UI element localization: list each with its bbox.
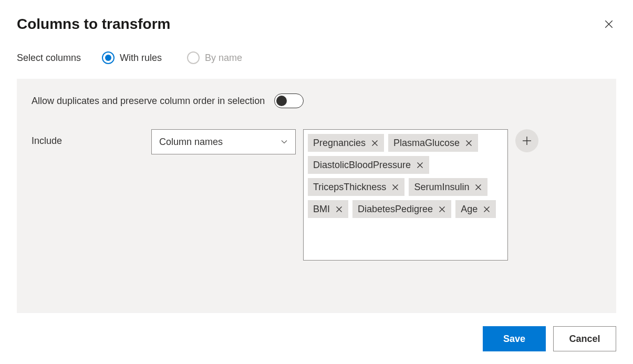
close-icon: [392, 184, 399, 191]
dropdown-value: Column names: [159, 137, 223, 148]
close-icon: [483, 206, 490, 213]
column-tag: PlasmaGlucose: [388, 134, 478, 152]
close-icon: [336, 206, 343, 213]
tag-label: Pregnancies: [313, 138, 366, 149]
tag-remove-button[interactable]: [483, 205, 491, 213]
column-tag: Pregnancies: [308, 134, 384, 152]
close-icon: [604, 19, 614, 29]
column-tags-box[interactable]: PregnanciesPlasmaGlucoseDiastolicBloodPr…: [303, 129, 508, 261]
dialog-header: Columns to transform: [17, 16, 616, 33]
selection-radio-group: With rules By name: [102, 51, 242, 64]
tag-label: BMI: [313, 204, 330, 215]
tag-label: Age: [461, 204, 478, 215]
add-rule-button[interactable]: [515, 129, 538, 152]
selection-mode-row: Select columns With rules By name: [17, 51, 616, 64]
tag-remove-button[interactable]: [371, 139, 379, 147]
close-icon: [475, 184, 482, 191]
tag-remove-button[interactable]: [438, 205, 446, 213]
column-tag: DiabetesPedigree: [352, 200, 451, 218]
chevron-down-icon: [281, 138, 288, 145]
column-tag: SerumInsulin: [409, 178, 487, 196]
toggle-thumb: [276, 96, 287, 106]
close-icon: [439, 206, 445, 213]
allow-duplicates-label: Allow duplicates and preserve column ord…: [32, 96, 265, 107]
close-icon: [417, 162, 423, 169]
tag-remove-button[interactable]: [465, 139, 473, 147]
tag-label: PlasmaGlucose: [393, 138, 460, 149]
radio-by-name[interactable]: By name: [187, 51, 242, 64]
allow-duplicates-row: Allow duplicates and preserve column ord…: [32, 93, 601, 108]
tag-remove-button[interactable]: [391, 183, 399, 191]
plus-icon: [522, 136, 532, 146]
include-label: Include: [32, 129, 151, 147]
include-row: Include Column names PregnanciesPlasmaGl…: [32, 129, 601, 261]
column-tag: BMI: [308, 200, 348, 218]
allow-duplicates-toggle[interactable]: [274, 93, 304, 108]
cancel-button[interactable]: Cancel: [553, 326, 616, 351]
radio-icon: [102, 51, 115, 64]
dialog-footer: Save Cancel: [483, 326, 616, 351]
tag-label: SerumInsulin: [414, 182, 469, 193]
close-icon: [465, 140, 472, 147]
save-button[interactable]: Save: [483, 326, 546, 351]
select-columns-label: Select columns: [17, 53, 81, 64]
config-panel: Allow duplicates and preserve column ord…: [17, 79, 616, 313]
include-type-dropdown[interactable]: Column names: [151, 129, 296, 154]
dialog-title: Columns to transform: [17, 16, 170, 33]
column-tag: Age: [455, 200, 496, 218]
tag-remove-button[interactable]: [474, 183, 482, 191]
close-button[interactable]: [601, 17, 616, 32]
radio-label-with-rules: With rules: [120, 53, 162, 64]
radio-with-rules[interactable]: With rules: [102, 51, 162, 64]
tag-label: DiabetesPedigree: [358, 204, 433, 215]
radio-icon: [187, 51, 200, 64]
close-icon: [371, 140, 378, 147]
tag-remove-button[interactable]: [335, 205, 343, 213]
tag-label: TricepsThickness: [313, 182, 386, 193]
column-tag: TricepsThickness: [308, 178, 404, 196]
column-tag: DiastolicBloodPressure: [308, 156, 429, 174]
tag-label: DiastolicBloodPressure: [313, 160, 411, 171]
tag-remove-button[interactable]: [416, 161, 424, 169]
radio-label-by-name: By name: [205, 53, 242, 64]
